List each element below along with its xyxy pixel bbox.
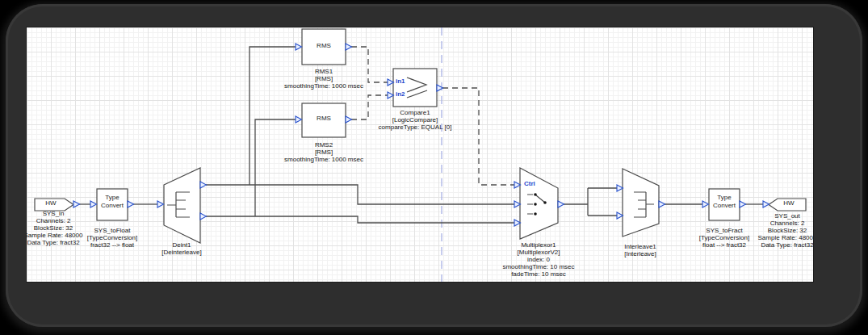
rms1-smoothing: smoothingTime: 1000 msec [263, 82, 384, 90]
compare1-in1-label: in1 [396, 77, 405, 86]
interleave1-class: [Interleave] [580, 250, 701, 258]
pin-mux-out[interactable] [558, 201, 564, 207]
pin-interleave1-in2[interactable] [617, 212, 623, 219]
sysout-hw-text: HW [769, 199, 809, 207]
typeconvert1-name: SYS_toFloat [52, 227, 173, 234]
mux-ctrl-label: Ctrl [524, 180, 535, 188]
typeconvert1-class: [TypeConversion] [52, 234, 173, 241]
deint1-class: [Deinterleave] [121, 249, 242, 256]
deint1-caption: Deint1 [Deinterleave] [121, 241, 242, 256]
typeconvert1-text: Type Convert [97, 194, 128, 210]
pin-deint1-out2[interactable] [200, 213, 207, 220]
compare1-name: Compare1 [354, 109, 476, 116]
pin-typeconvert2-in[interactable] [702, 201, 709, 207]
typeconvert2-line1: Type [709, 194, 740, 202]
wire-compare-to-mux-ctrl[interactable] [442, 88, 514, 185]
sysout-datatype: Data Type: fract32 [727, 241, 814, 249]
sysin-channels: Channels: 2 [26, 217, 114, 224]
sysout-channels: Channels: 2 [727, 220, 814, 227]
typeconvert1-line1: Type [97, 194, 128, 202]
pin-mux-ctrl[interactable] [514, 182, 521, 188]
pin-interleave1-in1[interactable] [617, 185, 623, 191]
rms1-text: RMS [304, 42, 344, 50]
pin-mux-in1[interactable] [514, 201, 521, 207]
rms2-caption: RMS2 [RMS] smoothingTime: 1000 msec [263, 141, 384, 163]
pin-rms1-out[interactable] [346, 44, 352, 50]
multiplexor1-fadetime: fadeTime: 10 msec [478, 270, 599, 278]
sysout-samplerate: Sample Rate: 48000 [727, 234, 814, 241]
rms1-class: [RMS] [263, 75, 384, 82]
diagram-canvas[interactable]: HW Type Convert RMS RMS in1 in2 Ctrl Typ… [26, 27, 814, 283]
pin-rms2-in[interactable] [296, 116, 302, 123]
pin-compare1-in1[interactable] [388, 79, 394, 86]
pin-deint1-in[interactable] [157, 201, 164, 207]
pin-typeconvert1-out[interactable] [128, 201, 134, 207]
sysin-hw-text: HW [31, 199, 71, 207]
pin-compare1-in2[interactable] [388, 92, 394, 98]
typeconvert2-text: Type Convert [709, 194, 740, 210]
rms2-class: [RMS] [263, 149, 384, 156]
compare1-caption: Compare1 [LogicCompare] compareType: EQU… [354, 109, 476, 131]
block-interleave1[interactable] [623, 169, 659, 237]
typeconvert1-line2: Convert [97, 202, 128, 210]
pin-interleave1-out[interactable] [659, 201, 665, 207]
compare1-in2-label: in2 [396, 90, 405, 98]
pin-mux-in2[interactable] [514, 220, 521, 226]
rms2-text: RMS [304, 115, 344, 123]
rms1-caption: RMS1 [RMS] smoothingTime: 1000 msec [263, 68, 384, 90]
multiplexor1-smoothing: smoothingTime: 10 msec [478, 263, 599, 270]
pin-typeconvert1-in[interactable] [90, 201, 97, 207]
block-compare1[interactable] [393, 69, 437, 107]
block-multiplexor1[interactable] [520, 168, 558, 239]
deint1-name: Deint1 [121, 241, 242, 249]
compare1-class: [LogicCompare] [354, 116, 476, 124]
wire-deint-out2-to-mux-in2[interactable] [206, 216, 514, 223]
wire-branch-to-rms2[interactable] [255, 119, 296, 216]
pin-rms2-out[interactable] [346, 116, 352, 123]
sysout-blocksize: BlockSize: 32 [727, 227, 814, 234]
pin-rms1-in[interactable] [296, 44, 302, 50]
sysout-caption: SYS_out Channels: 2 BlockSize: 32 Sample… [727, 212, 814, 249]
sysin-name: SYS_in [26, 210, 114, 217]
wire-deint-out1-to-mux-in1[interactable] [206, 185, 514, 204]
pin-sysin-out[interactable] [73, 201, 80, 207]
typeconvert2-line2: Convert [709, 202, 740, 210]
pin-typeconvert2-out[interactable] [740, 201, 746, 207]
sysout-name: SYS_out [727, 212, 814, 220]
rms2-name: RMS2 [263, 141, 384, 149]
rms2-smoothing: smoothingTime: 1000 msec [263, 156, 384, 163]
rms1-name: RMS1 [263, 68, 384, 75]
compare1-comparetype: compareType: EQUAL [0] [354, 124, 476, 131]
wire-mux-to-interleave[interactable] [564, 188, 617, 216]
pin-deint1-out1[interactable] [200, 182, 207, 188]
